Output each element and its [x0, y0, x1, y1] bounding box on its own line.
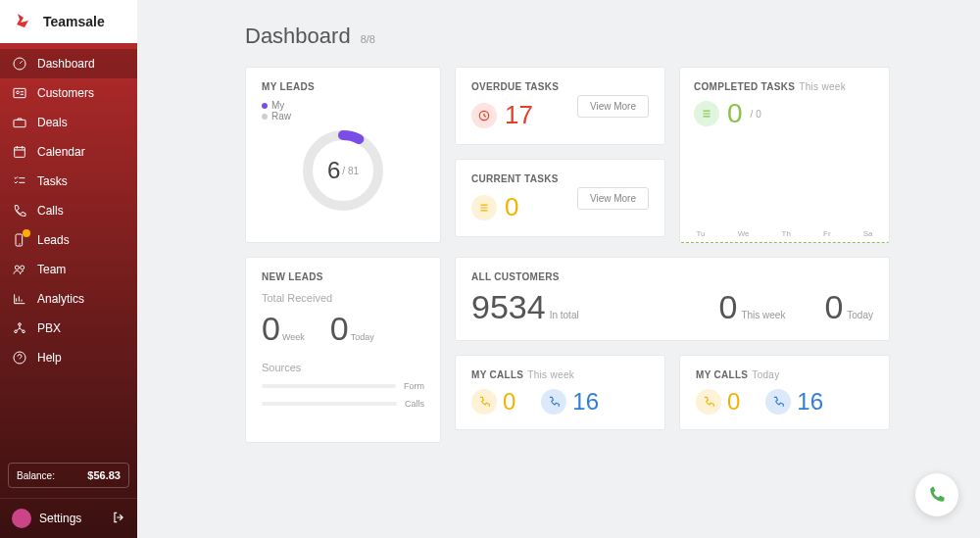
legend-label: Raw — [271, 111, 291, 122]
current-value: 0 — [505, 192, 518, 222]
svg-point-11 — [14, 352, 25, 364]
day-label: Th — [782, 229, 791, 238]
briefcase-icon — [12, 115, 27, 130]
today-value: 0 — [330, 310, 349, 347]
customers-week: 0 — [718, 288, 737, 326]
checklist-icon — [12, 173, 27, 189]
nav-tasks[interactable]: Tasks — [0, 167, 137, 196]
nav-analytics[interactable]: Analytics — [0, 284, 137, 314]
phone-icon — [12, 203, 27, 219]
customers-today-label: Today — [847, 310, 873, 320]
calls-in-value: 16 — [572, 388, 599, 416]
settings-label: Settings — [39, 512, 81, 525]
phone-icon — [927, 485, 947, 505]
nav-calls[interactable]: Calls — [0, 196, 137, 225]
card-subtext: Today — [752, 369, 779, 380]
brand-name: Teamsale — [43, 14, 105, 29]
page-title: Dashboard 8/8 — [245, 24, 951, 49]
id-card-icon — [12, 85, 27, 101]
nav-pbx[interactable]: PBX — [0, 314, 137, 343]
week-label: Week — [282, 332, 305, 342]
overdue-tasks-card: OVERDUE TASKS 17 View More — [455, 67, 665, 145]
completed-total: / 0 — [751, 109, 761, 120]
settings-row[interactable]: Settings — [0, 498, 137, 538]
nav-help[interactable]: Help — [0, 343, 137, 372]
balance-pill[interactable]: Balance: $56.83 — [8, 463, 129, 488]
logout-icon[interactable] — [112, 511, 125, 527]
legend-dot-icon — [262, 103, 268, 109]
day-label: Sa — [863, 229, 873, 238]
svg-point-6 — [15, 266, 19, 269]
svg-rect-4 — [15, 147, 25, 157]
week-value: 0 — [262, 310, 280, 347]
customers-week-label: This week — [741, 310, 785, 320]
nav-label: Leads — [37, 233, 70, 247]
day-label: Tu — [697, 229, 706, 238]
nav-customers[interactable]: Customers — [0, 78, 137, 108]
progress-bar — [262, 384, 396, 388]
donut-chart: 6/ 81 — [300, 127, 386, 214]
card-title: CURRENT TASKS — [471, 173, 559, 184]
card-subtext: This week — [799, 81, 846, 92]
page-title-text: Dashboard — [245, 24, 351, 49]
card-title: MY LEADS — [262, 81, 424, 92]
today-label: Today — [351, 332, 374, 342]
call-out-icon — [696, 389, 721, 415]
legend-dot-icon — [262, 114, 268, 120]
svg-point-8 — [19, 323, 22, 326]
calls-out-value: 0 — [503, 388, 515, 416]
nav-label: Deals — [37, 116, 68, 129]
days-axis: Tu We Th Fr Sa — [680, 229, 889, 238]
card-title: NEW LEADS — [262, 271, 424, 282]
legend-label: My — [271, 100, 284, 111]
nav-label: Customers — [37, 86, 94, 100]
chart-icon — [12, 291, 27, 307]
source-label: Calls — [405, 399, 424, 409]
nav: Dashboard Customers Deals Calendar Tasks… — [0, 43, 137, 372]
all-customers-card: ALL CUSTOMERS 9534In total 0This week 0T… — [455, 257, 890, 341]
source-label: Form — [404, 381, 424, 391]
customers-today: 0 — [824, 288, 843, 326]
my-calls-today-card: MY CALLSToday 0 16 — [679, 355, 890, 430]
completed-tasks-card: COMPLETED TASKSThis week 0 / 0 Tu We Th … — [679, 67, 890, 243]
calls-in-value: 16 — [797, 388, 823, 416]
svg-point-7 — [21, 266, 24, 269]
nav-label: Help — [37, 351, 62, 365]
nav-label: Team — [37, 263, 66, 276]
progress-bar — [262, 402, 397, 406]
nav-dashboard[interactable]: Dashboard — [0, 49, 137, 78]
page-counter: 8/8 — [361, 33, 375, 45]
call-fab[interactable] — [915, 473, 958, 516]
nav-label: Analytics — [37, 292, 84, 306]
overdue-icon — [471, 103, 497, 128]
nav-deals[interactable]: Deals — [0, 108, 137, 137]
badge-dot-icon — [23, 229, 30, 237]
balance-amount: $56.83 — [87, 469, 121, 481]
card-title: COMPLETED TASKSThis week — [694, 81, 875, 92]
view-more-button[interactable]: View More — [577, 95, 649, 118]
customers-total: 9534 — [471, 288, 546, 326]
nav-calendar[interactable]: Calendar — [0, 137, 137, 167]
sources-label: Sources — [262, 362, 424, 373]
customers-total-label: In total — [550, 310, 579, 320]
card-title: MY CALLSToday — [696, 369, 873, 380]
view-more-button[interactable]: View More — [577, 187, 649, 210]
nav-label: PBX — [37, 321, 61, 335]
svg-rect-1 — [14, 88, 25, 97]
legend: My Raw — [262, 100, 424, 122]
nav-team[interactable]: Team — [0, 255, 137, 284]
sidebar: Dashboard Customers Deals Calendar Tasks… — [0, 43, 137, 538]
call-in-icon — [541, 389, 566, 415]
source-row: Calls — [262, 399, 424, 409]
team-icon — [12, 262, 27, 277]
nav-leads[interactable]: Leads — [0, 225, 137, 255]
received-label: Total Received — [262, 292, 424, 304]
current-tasks-card: CURRENT TASKS 0 View More — [455, 159, 665, 237]
my-calls-week-card: MY CALLSThis week 0 16 — [455, 355, 665, 430]
nav-label: Calendar — [37, 145, 85, 159]
overdue-value: 17 — [505, 100, 533, 130]
card-title: OVERDUE TASKS — [471, 81, 559, 92]
help-icon — [12, 350, 27, 366]
nav-label: Calls — [37, 204, 64, 218]
donut-value: 6 — [327, 157, 340, 184]
